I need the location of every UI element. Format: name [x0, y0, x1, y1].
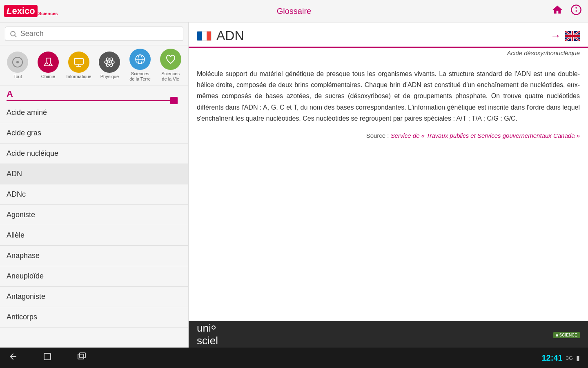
top-bar: Lexico Sciences Glossaire	[0, 0, 588, 22]
arrow-right-icon: →	[550, 29, 561, 42]
flag-french	[197, 31, 212, 41]
network-signal: 3G	[566, 355, 573, 361]
home-button[interactable]	[552, 4, 563, 18]
informatique-icon	[68, 52, 89, 73]
back-icon	[8, 352, 18, 361]
svg-point-8	[49, 64, 50, 65]
tout-icon	[7, 52, 28, 73]
back-button[interactable]	[8, 352, 18, 364]
category-sciences-vie[interactable]: Sciencesde la Vie	[158, 49, 183, 82]
android-home-icon	[42, 352, 52, 361]
search-icon	[9, 30, 17, 38]
detail-content: Molécule support du matériel génétique d…	[189, 60, 588, 321]
search-wrapper	[5, 27, 183, 41]
ad-badge: ■ SCIENCE	[553, 331, 580, 338]
list-item[interactable]: Agoniste	[0, 205, 188, 225]
recents-button[interactable]	[77, 352, 87, 364]
recents-icon	[77, 352, 87, 361]
home-icon	[552, 4, 563, 16]
detail-definition: Molécule support du matériel génétique d…	[197, 68, 580, 124]
svg-line-4	[15, 35, 16, 37]
word-list: Acide aminé Acide gras Acide nucléique A…	[0, 103, 188, 348]
svg-rect-21	[78, 354, 84, 359]
category-chimie[interactable]: Chimie	[36, 52, 60, 79]
source-link[interactable]: Service de « Travaux publics et Services…	[391, 132, 580, 139]
alpha-letter: A	[7, 89, 13, 99]
chimie-icon	[38, 52, 59, 73]
list-item[interactable]: Aneuploïde	[0, 266, 188, 287]
translation-row: →	[550, 29, 580, 42]
list-item[interactable]: Acide aminé	[0, 103, 188, 123]
source-prefix: Source :	[366, 132, 389, 139]
time-display: 12:41	[542, 353, 563, 363]
list-item[interactable]: Anaphase	[0, 246, 188, 266]
list-item[interactable]: ADNc	[0, 184, 188, 205]
svg-point-3	[11, 31, 15, 36]
uni-text: uni	[197, 322, 211, 334]
svg-point-7	[47, 63, 48, 64]
sciences-vie-icon	[160, 49, 181, 70]
physique-icon	[99, 52, 120, 73]
category-sciences-terre-label: Sciencesde la Terre	[129, 71, 151, 82]
android-home-button[interactable]	[42, 352, 52, 364]
info-icon	[570, 4, 582, 16]
svg-rect-22	[80, 353, 85, 358]
category-tout[interactable]: Tout	[5, 52, 30, 79]
flag-uk	[565, 31, 580, 41]
category-informatique[interactable]: Informatique	[67, 52, 91, 79]
category-tout-label: Tout	[13, 74, 22, 79]
detail-header: ADN →	[189, 22, 588, 48]
page-title: Glossaire	[277, 7, 311, 16]
info-button[interactable]	[570, 4, 582, 18]
subtitle-text: Acide désoxyribonucléique	[507, 49, 580, 56]
list-item[interactable]: Allèle	[0, 225, 188, 246]
category-chimie-label: Chimie	[41, 74, 55, 79]
detail-subtitle: Acide désoxyribonucléique	[189, 48, 588, 60]
alpha-section: A	[0, 85, 188, 103]
category-sciences-vie-label: Sciencesde la Vie	[161, 71, 180, 82]
list-item[interactable]: Acide nucléique	[0, 144, 188, 164]
detail-title-row: ADN	[197, 28, 244, 43]
search-bar	[0, 22, 188, 45]
sciences-terre-icon	[129, 49, 151, 70]
category-sciences-terre[interactable]: Sciencesde la Terre	[128, 49, 152, 82]
main-layout: Tout Chimie	[0, 22, 588, 348]
right-panel: ADN → Acide désoxyribonucléique Molécule…	[189, 22, 588, 348]
alpha-divider	[7, 100, 174, 101]
svg-rect-9	[74, 58, 83, 64]
list-item[interactable]: Antagoniste	[0, 287, 188, 307]
alpha-handle	[170, 97, 178, 104]
status-bar: 12:41 3G ▮	[542, 353, 580, 363]
battery-icon: ▮	[576, 354, 580, 362]
svg-point-15	[109, 61, 111, 63]
search-input[interactable]	[20, 29, 179, 38]
category-physique[interactable]: Physique	[97, 52, 122, 79]
detail-word: ADN	[216, 28, 244, 43]
app-logo: Lexico Sciences	[4, 5, 58, 17]
android-nav: 12:41 3G ▮	[0, 348, 588, 368]
list-item[interactable]: Anticorps	[0, 307, 188, 328]
sciel-text: sciel	[197, 334, 218, 347]
category-informatique-label: Informatique	[67, 74, 91, 79]
ad-badge-text: ■ SCIENCE	[553, 332, 580, 338]
logo-box: Lexico	[4, 5, 38, 17]
svg-point-6	[16, 61, 19, 63]
unisciel-logo: uni sciel	[197, 322, 218, 347]
svg-rect-20	[44, 353, 51, 360]
ad-banner: uni sciel ■ SCIENCE	[189, 321, 588, 348]
list-item[interactable]: Acide gras	[0, 123, 188, 144]
category-physique-label: Physique	[100, 74, 119, 79]
top-icons	[552, 4, 582, 18]
categories-bar: Tout Chimie	[0, 45, 188, 85]
list-item-adn[interactable]: ADN	[0, 164, 188, 184]
uni-dot	[212, 325, 216, 330]
left-panel: Tout Chimie	[0, 22, 189, 348]
nav-buttons	[8, 352, 87, 364]
source-line: Source : Service de « Travaux publics et…	[197, 132, 580, 139]
logo-sciences: Sciences	[38, 11, 58, 16]
